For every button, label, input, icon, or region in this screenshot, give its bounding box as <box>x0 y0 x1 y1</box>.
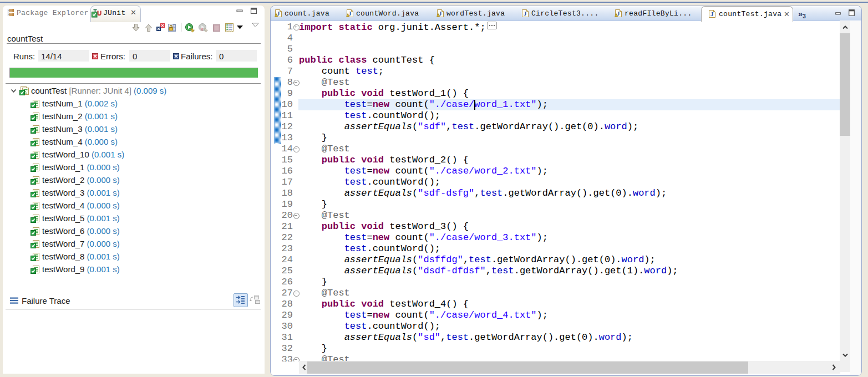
svg-text:J: J <box>524 10 527 17</box>
svg-text:J: J <box>710 11 714 17</box>
